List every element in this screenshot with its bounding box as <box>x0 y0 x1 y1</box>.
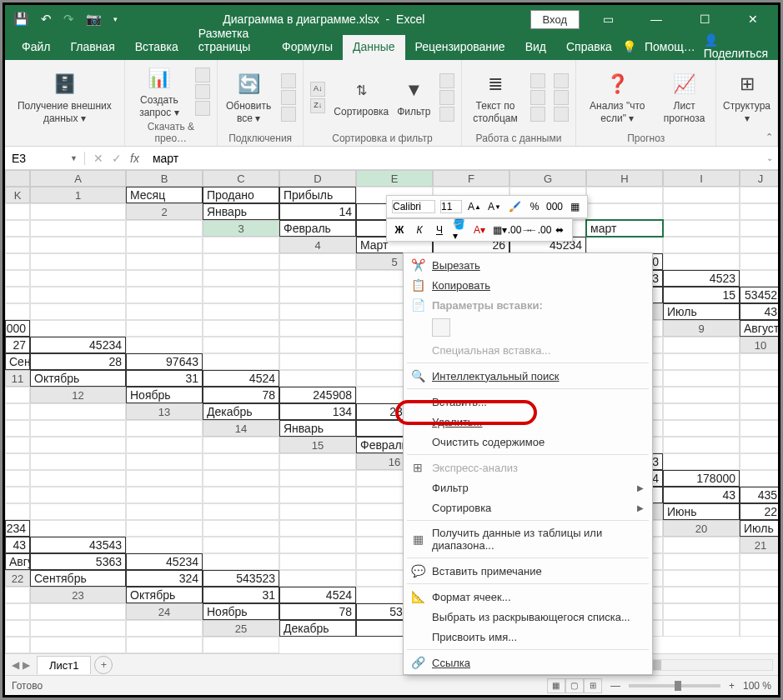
cell[interactable] <box>663 587 740 603</box>
formula-input[interactable] <box>148 152 761 165</box>
cell[interactable]: Декабрь <box>279 620 356 637</box>
name-box[interactable]: E3▼ <box>5 152 85 165</box>
cell[interactable]: 27 <box>5 337 30 353</box>
refresh-all-button[interactable]: 🔄 Обновить все ▾ <box>224 70 273 124</box>
cell[interactable] <box>279 353 356 370</box>
row-header[interactable]: 4 <box>279 237 356 253</box>
cell[interactable] <box>663 620 740 637</box>
menu-insert-comment[interactable]: 💬Вставить примечание <box>404 561 652 581</box>
relationships-icon[interactable] <box>554 90 569 105</box>
tab-view[interactable]: Вид <box>515 35 556 60</box>
confirm-edit-icon[interactable]: ✓ <box>112 152 122 165</box>
cancel-edit-icon[interactable]: ✕ <box>93 152 103 165</box>
consolidate-icon[interactable] <box>554 73 569 88</box>
cell[interactable] <box>30 520 126 537</box>
cell[interactable] <box>5 603 30 620</box>
cell[interactable] <box>740 570 778 587</box>
cell[interactable] <box>126 470 203 487</box>
cell[interactable] <box>126 637 203 653</box>
cell[interactable] <box>740 203 778 220</box>
row-header[interactable]: 22 <box>5 570 30 587</box>
edit-links-icon[interactable] <box>281 107 296 122</box>
minimize-icon[interactable]: — <box>636 5 676 33</box>
cell[interactable] <box>279 370 356 387</box>
what-if-button[interactable]: ❓ Анализ "что если" ▾ <box>583 70 651 124</box>
collapse-ribbon-icon[interactable]: ⌃ <box>765 132 773 142</box>
forecast-sheet-button[interactable]: 📈 Лист прогноза <box>660 70 709 124</box>
cell[interactable] <box>740 587 778 603</box>
cell[interactable] <box>663 220 740 237</box>
text-to-columns-button[interactable]: ≣ Текст по столбцам <box>469 70 523 124</box>
data-tools-1[interactable] <box>530 73 545 122</box>
menu-pick-from-list[interactable]: Выбрать из раскрывающегося списка... <box>404 607 652 627</box>
row-header[interactable]: 25 <box>203 620 279 637</box>
menu-clear-contents[interactable]: Очистить содержимое <box>404 432 652 452</box>
cell[interactable]: 22 <box>740 503 778 520</box>
cell[interactable]: 4234 <box>5 520 30 537</box>
share-button[interactable]: 👤 Поделиться <box>704 33 768 60</box>
cell[interactable]: 324 <box>126 570 203 587</box>
cell[interactable]: 543523 <box>203 570 279 587</box>
cell[interactable] <box>740 220 778 237</box>
menu-sort[interactable]: Сортировка▶ <box>404 498 652 518</box>
cell[interactable] <box>30 437 126 453</box>
decrease-font-icon[interactable]: A▼ <box>487 199 502 214</box>
menu-smart-lookup[interactable]: 🔍Интеллектуальный поиск <box>404 366 652 386</box>
row-header[interactable]: 3 <box>203 220 279 237</box>
format-painter-icon[interactable]: 🖌️ <box>507 199 522 214</box>
cell[interactable] <box>663 420 740 437</box>
tab-scroll-left-icon[interactable]: ◀ <box>12 659 19 671</box>
cell[interactable] <box>5 403 30 420</box>
cell[interactable] <box>30 503 126 520</box>
cell[interactable] <box>5 487 30 503</box>
cell[interactable] <box>663 553 740 570</box>
cell[interactable] <box>740 470 778 487</box>
cell[interactable]: Январь <box>279 420 356 437</box>
zoom-in-icon[interactable]: + <box>729 680 735 692</box>
cell[interactable] <box>203 453 279 470</box>
cell[interactable] <box>30 303 126 320</box>
decrease-decimal-icon[interactable]: ←.00 <box>532 222 547 238</box>
cell[interactable]: 97643 <box>126 353 203 370</box>
cell[interactable] <box>663 437 740 453</box>
cell[interactable] <box>740 453 778 470</box>
tellme-icon[interactable]: 💡 <box>622 40 636 53</box>
row-header[interactable]: 15 <box>279 437 356 453</box>
cell[interactable] <box>5 503 30 520</box>
increase-decimal-icon[interactable]: .00→ <box>512 222 527 238</box>
maximize-icon[interactable]: ☐ <box>685 5 725 33</box>
cell[interactable] <box>30 253 126 270</box>
tab-review[interactable]: Рецензирование <box>405 35 515 60</box>
cell[interactable] <box>126 237 203 253</box>
tab-help[interactable]: Справка <box>556 35 622 60</box>
cell[interactable]: Октябрь <box>30 370 126 387</box>
cell[interactable]: 31 <box>203 587 279 603</box>
expand-formula-bar-icon[interactable]: ⌄ <box>761 153 778 162</box>
cell[interactable]: 78 <box>203 387 279 403</box>
cell[interactable] <box>663 203 740 220</box>
cell[interactable]: 43543 <box>30 537 126 553</box>
cell[interactable] <box>5 437 30 453</box>
cell[interactable] <box>203 537 279 553</box>
data-tools-2[interactable] <box>554 73 569 122</box>
cell[interactable]: Июнь <box>663 503 740 520</box>
cell[interactable]: 53452 <box>740 287 778 303</box>
cell[interactable] <box>203 237 279 253</box>
cell[interactable]: 45234 <box>126 553 203 570</box>
cell[interactable] <box>740 353 778 370</box>
menu-insert[interactable]: Вставить... <box>404 392 652 412</box>
cell[interactable] <box>203 287 279 303</box>
cell[interactable] <box>663 187 740 203</box>
cell[interactable] <box>126 270 203 287</box>
row-header[interactable]: 14 <box>203 420 279 437</box>
percent-icon[interactable]: % <box>527 199 542 214</box>
row-header[interactable]: 24 <box>126 603 203 620</box>
cell[interactable]: Месяц <box>126 187 203 203</box>
cell[interactable] <box>279 503 356 520</box>
outline-button[interactable]: ⊞ Структура ▾ <box>723 70 770 124</box>
row-header[interactable]: 11 <box>5 370 30 387</box>
cell[interactable] <box>279 537 356 553</box>
ribbon-display-options-icon[interactable]: ▭ <box>588 5 628 33</box>
cell[interactable]: 4524 <box>203 370 279 387</box>
cell[interactable] <box>203 520 279 537</box>
